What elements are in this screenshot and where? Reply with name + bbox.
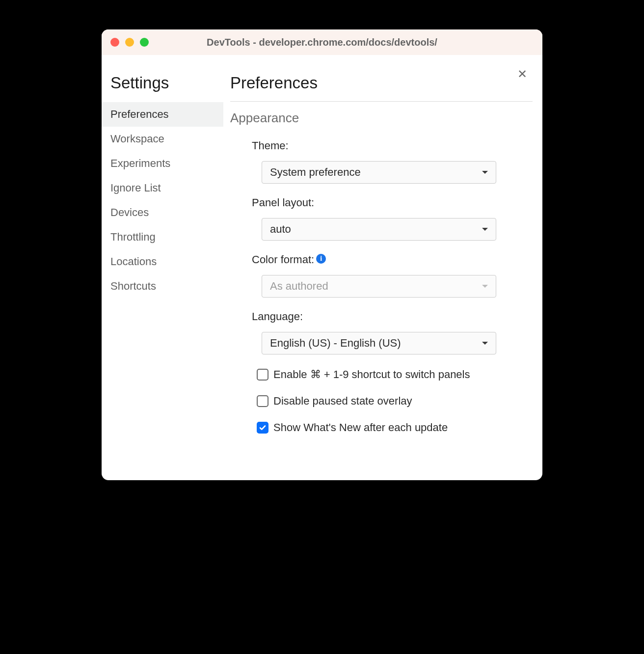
section-heading-appearance: Appearance — [230, 110, 533, 126]
sidebar-item-throttling[interactable]: Throttling — [102, 225, 223, 249]
sidebar-item-workspace[interactable]: Workspace — [102, 127, 223, 151]
theme-value: System preference — [270, 166, 361, 179]
sidebar-item-label: Shortcuts — [110, 280, 156, 293]
titlebar: DevTools - developer.chrome.com/docs/dev… — [102, 29, 542, 55]
chevron-down-icon — [482, 342, 488, 345]
color-format-select: As authored — [262, 275, 496, 298]
panel-layout-field: Panel layout: auto — [230, 196, 533, 241]
devtools-settings-window: DevTools - developer.chrome.com/docs/dev… — [102, 29, 542, 480]
window-close-dot[interactable] — [110, 38, 119, 47]
sidebar-item-label: Throttling — [110, 231, 156, 244]
checkbox-label: Disable paused state overlay — [273, 395, 412, 408]
checkbox-icon[interactable] — [257, 395, 268, 407]
content-area: ✕ Settings Preferences Workspace Experim… — [102, 55, 542, 480]
sidebar-item-label: Experiments — [110, 157, 170, 170]
sidebar-item-label: Preferences — [110, 108, 169, 121]
language-label: Language: — [230, 310, 533, 323]
sidebar-item-label: Workspace — [110, 133, 164, 145]
sidebar-item-label: Devices — [110, 206, 149, 219]
checkbox-icon[interactable] — [257, 369, 268, 381]
checkbox-icon[interactable] — [257, 422, 268, 434]
checkbox-label: Show What's New after each update — [273, 421, 448, 434]
sidebar-heading: Settings — [102, 74, 223, 92]
window-title: DevTools - developer.chrome.com/docs/dev… — [102, 37, 542, 48]
checkbox-label: Enable ⌘ + 1-9 shortcut to switch panels — [273, 368, 470, 381]
sidebar-item-locations[interactable]: Locations — [102, 249, 223, 274]
color-format-label: Color format: i — [230, 253, 533, 266]
checkbox-show-whats-new[interactable]: Show What's New after each update — [257, 421, 533, 434]
settings-sidebar: Settings Preferences Workspace Experimen… — [102, 55, 223, 480]
sidebar-item-ignore-list[interactable]: Ignore List — [102, 176, 223, 200]
close-icon[interactable]: ✕ — [516, 68, 529, 81]
theme-label: Theme: — [230, 139, 533, 152]
window-zoom-dot[interactable] — [140, 38, 149, 47]
window-minimize-dot[interactable] — [125, 38, 134, 47]
traffic-lights — [110, 38, 149, 47]
sidebar-item-preferences[interactable]: Preferences — [102, 102, 223, 127]
preferences-pane: Preferences Appearance Theme: System pre… — [223, 55, 542, 480]
panel-layout-select[interactable]: auto — [262, 218, 496, 241]
sidebar-item-shortcuts[interactable]: Shortcuts — [102, 274, 223, 299]
language-select[interactable]: English (US) - English (US) — [262, 332, 496, 354]
chevron-down-icon — [482, 228, 488, 231]
chevron-down-icon — [482, 285, 488, 288]
sidebar-item-label: Locations — [110, 255, 157, 268]
panel-layout-label: Panel layout: — [230, 196, 533, 209]
checkbox-enable-cmd-shortcut[interactable]: Enable ⌘ + 1-9 shortcut to switch panels — [257, 368, 533, 381]
language-field: Language: English (US) - English (US) — [230, 310, 533, 354]
panel-layout-value: auto — [270, 223, 291, 236]
chevron-down-icon — [482, 171, 488, 174]
theme-select[interactable]: System preference — [262, 161, 496, 184]
sidebar-item-label: Ignore List — [110, 182, 161, 194]
language-value: English (US) - English (US) — [270, 337, 401, 350]
theme-field: Theme: System preference — [230, 139, 533, 184]
divider — [230, 101, 533, 102]
color-format-value: As authored — [270, 280, 328, 293]
sidebar-item-experiments[interactable]: Experiments — [102, 151, 223, 176]
color-format-field: Color format: i As authored — [230, 253, 533, 298]
checkbox-disable-paused-overlay[interactable]: Disable paused state overlay — [257, 395, 533, 408]
sidebar-item-devices[interactable]: Devices — [102, 200, 223, 225]
info-icon[interactable]: i — [316, 254, 326, 264]
page-title: Preferences — [230, 74, 533, 92]
